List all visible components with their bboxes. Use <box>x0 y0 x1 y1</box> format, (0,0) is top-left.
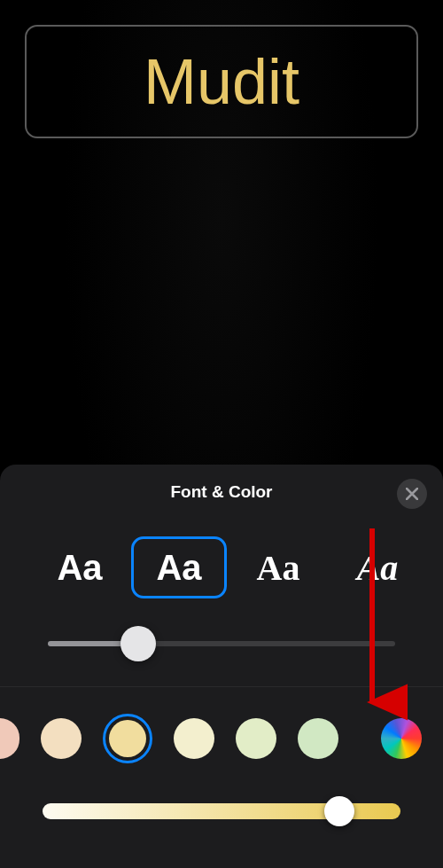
color-swatch-4[interactable] <box>236 718 276 759</box>
font-option-1[interactable]: Aa <box>32 536 128 598</box>
custom-color-picker-button[interactable] <box>381 718 422 759</box>
font-weight-slider[interactable] <box>48 626 395 661</box>
color-swatch-3[interactable] <box>174 718 214 759</box>
close-button[interactable] <box>397 479 427 509</box>
text-preview-frame[interactable]: Mudit <box>25 25 418 138</box>
color-swatch-0[interactable] <box>0 718 19 759</box>
intensity-slider-thumb[interactable] <box>324 796 354 826</box>
panel-header: Font & Color <box>0 482 443 534</box>
color-swatch-row <box>0 687 443 763</box>
color-intensity-slider[interactable] <box>43 795 400 827</box>
color-swatch-5[interactable] <box>298 718 338 759</box>
font-style-row: Aa Aa Aa Aa <box>0 534 443 601</box>
slider-track-inactive <box>138 641 395 646</box>
font-weight-slider-wrap <box>0 601 443 681</box>
font-color-panel: Font & Color Aa Aa Aa Aa <box>0 465 443 868</box>
panel-title: Font & Color <box>0 482 443 502</box>
font-option-3[interactable]: Aa <box>230 536 326 598</box>
preview-text: Mudit <box>144 45 299 118</box>
color-swatch-2-inner <box>109 720 146 757</box>
color-swatch-2-selected[interactable] <box>103 714 152 763</box>
slider-thumb[interactable] <box>120 626 156 661</box>
font-option-4[interactable]: Aa <box>330 536 425 598</box>
font-option-2[interactable]: Aa <box>131 536 227 598</box>
color-intensity-slider-wrap <box>0 763 443 827</box>
color-swatch-1[interactable] <box>41 718 82 759</box>
close-icon <box>406 488 418 500</box>
